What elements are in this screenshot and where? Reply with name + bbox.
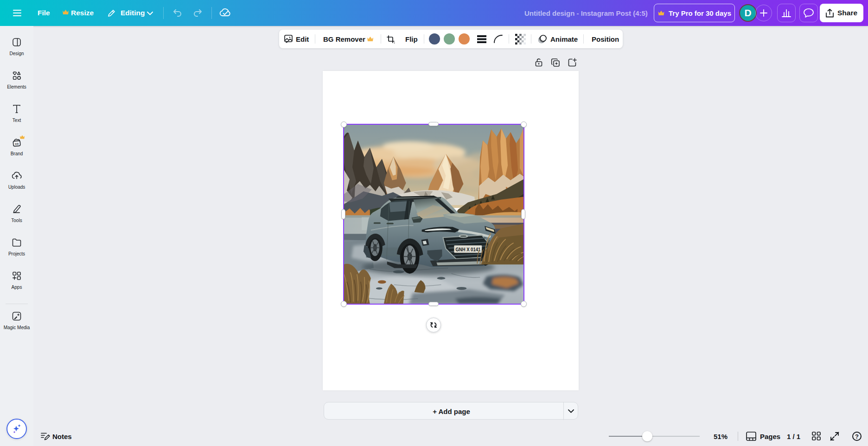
svg-text:co: co	[15, 142, 19, 146]
